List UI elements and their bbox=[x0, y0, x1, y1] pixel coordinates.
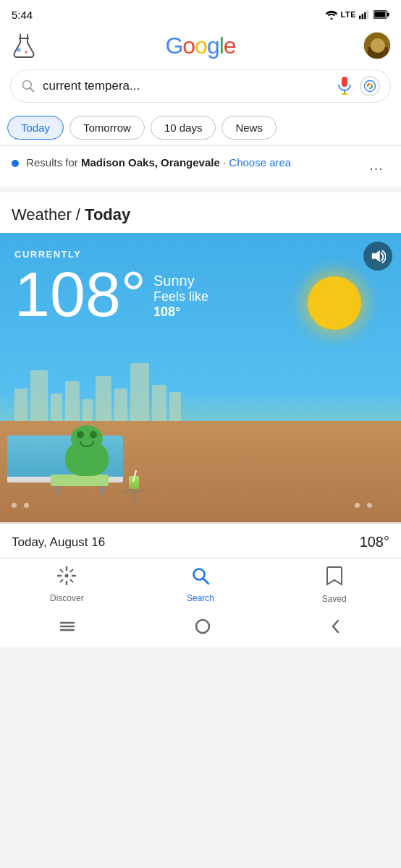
avatar-image bbox=[364, 33, 391, 59]
android-nav bbox=[0, 608, 401, 647]
weather-card: CURRENTLY 108° Sunny Feels like 108° bbox=[0, 233, 401, 522]
svg-line-15 bbox=[30, 88, 34, 92]
blue-dot bbox=[12, 160, 19, 167]
svg-point-0 bbox=[330, 18, 332, 20]
tab-10days[interactable]: 10 days bbox=[151, 116, 216, 140]
currently-label: CURRENTLY bbox=[14, 249, 387, 260]
svg-point-9 bbox=[17, 48, 21, 52]
google-logo: Google bbox=[165, 33, 235, 59]
temp-details: Sunny Feels like 108° bbox=[153, 263, 208, 320]
status-icons: LTE bbox=[325, 9, 389, 20]
weather-illustration bbox=[0, 363, 401, 522]
frog-smile bbox=[80, 441, 94, 447]
weather-condition: Sunny bbox=[153, 273, 208, 289]
avatar[interactable] bbox=[363, 32, 391, 59]
frog-eye-right bbox=[90, 431, 97, 438]
lounge-chair bbox=[51, 475, 109, 486]
search-icon-bar bbox=[21, 79, 35, 93]
tabs-bar: Today Tomorrow 10 days News bbox=[0, 111, 401, 146]
sound-button[interactable] bbox=[363, 242, 392, 271]
svg-line-28 bbox=[71, 570, 73, 572]
building bbox=[130, 363, 149, 428]
results-location: Madison Oaks, Orangevale bbox=[81, 156, 220, 169]
home-button[interactable] bbox=[195, 618, 211, 634]
nav-item-search[interactable]: Search bbox=[172, 566, 229, 603]
today-high-temp: 108° bbox=[360, 534, 389, 550]
results-info-text: Results for Madison Oaks, Orangevale · C… bbox=[12, 155, 363, 170]
nav-item-discover[interactable]: Discover bbox=[38, 566, 96, 603]
search-query: current tempera... bbox=[43, 79, 329, 93]
svg-rect-2 bbox=[362, 14, 363, 19]
saved-icon bbox=[326, 566, 343, 591]
svg-point-20 bbox=[65, 574, 69, 578]
svg-rect-6 bbox=[387, 12, 389, 16]
side-table bbox=[123, 489, 145, 508]
svg-line-27 bbox=[61, 580, 63, 582]
header: Google bbox=[0, 26, 401, 67]
weather-breadcrumb-bold: Today bbox=[85, 205, 130, 224]
svg-point-10 bbox=[25, 51, 28, 54]
results-info-row: Results for Madison Oaks, Orangevale · C… bbox=[0, 146, 401, 187]
search-nav-label: Search bbox=[187, 593, 214, 603]
lens-svg bbox=[363, 80, 376, 93]
svg-point-13 bbox=[371, 38, 385, 53]
sun-graphic bbox=[308, 276, 361, 330]
microphone-icon[interactable] bbox=[337, 76, 353, 96]
section-divider bbox=[0, 187, 401, 192]
results-separator: · bbox=[220, 156, 229, 169]
temp-number: 108 bbox=[14, 258, 121, 330]
discover-label: Discover bbox=[50, 593, 84, 603]
saved-label: Saved bbox=[322, 594, 347, 604]
lab-icon[interactable] bbox=[10, 32, 38, 59]
frog-eye-left bbox=[77, 431, 84, 438]
discover-icon bbox=[57, 566, 76, 590]
feels-like-value: 108° bbox=[153, 305, 208, 320]
tab-news[interactable]: News bbox=[221, 116, 277, 140]
city-skyline bbox=[0, 363, 401, 428]
chair-leg-right bbox=[99, 486, 103, 495]
decorative-dots-right bbox=[355, 503, 372, 508]
sound-icon bbox=[370, 249, 386, 263]
svg-rect-1 bbox=[359, 16, 360, 20]
svg-rect-3 bbox=[364, 12, 366, 20]
lte-label: LTE bbox=[341, 10, 356, 19]
choose-area-link[interactable]: Choose area bbox=[229, 156, 291, 169]
table-leg bbox=[132, 493, 135, 508]
svg-point-34 bbox=[196, 620, 209, 633]
weather-breadcrumb-light: Weather / bbox=[12, 205, 85, 224]
today-date: Today, August 16 bbox=[12, 535, 105, 550]
svg-rect-7 bbox=[374, 12, 385, 17]
svg-line-30 bbox=[203, 579, 208, 584]
signal-icon bbox=[359, 9, 371, 20]
status-time: 5:44 bbox=[12, 9, 33, 21]
svg-line-26 bbox=[71, 580, 73, 582]
battery-icon bbox=[373, 9, 389, 20]
wifi-icon bbox=[325, 9, 338, 20]
results-prefix: Results for bbox=[26, 156, 81, 169]
svg-marker-19 bbox=[372, 250, 380, 262]
frog-body bbox=[65, 440, 109, 476]
search-nav-icon bbox=[191, 566, 210, 590]
flask-svg bbox=[12, 33, 35, 59]
frog-head bbox=[71, 425, 103, 451]
weather-heading: Weather / Today bbox=[0, 192, 401, 233]
decorative-dots bbox=[12, 503, 29, 508]
nav-item-saved[interactable]: Saved bbox=[305, 566, 363, 604]
search-bar[interactable]: current tempera... bbox=[10, 69, 391, 103]
recent-apps-button[interactable] bbox=[59, 620, 75, 633]
svg-rect-16 bbox=[342, 77, 347, 87]
tab-today[interactable]: Today bbox=[7, 116, 64, 140]
chair-leg-left bbox=[56, 486, 60, 495]
svg-rect-4 bbox=[367, 10, 368, 19]
more-options-button[interactable]: ··· bbox=[363, 155, 389, 181]
google-lens-icon[interactable] bbox=[360, 76, 380, 96]
tab-tomorrow[interactable]: Tomorrow bbox=[69, 116, 145, 140]
bottom-nav: Discover Search Saved bbox=[0, 558, 401, 608]
temperature-display: 108° bbox=[14, 263, 146, 326]
feels-like-label: Feels like bbox=[153, 289, 208, 305]
building bbox=[30, 370, 48, 428]
svg-line-25 bbox=[61, 570, 63, 572]
back-button[interactable] bbox=[330, 618, 342, 634]
temp-unit: ° bbox=[121, 258, 146, 330]
bottom-date-info: Today, August 16 108° bbox=[0, 522, 401, 558]
